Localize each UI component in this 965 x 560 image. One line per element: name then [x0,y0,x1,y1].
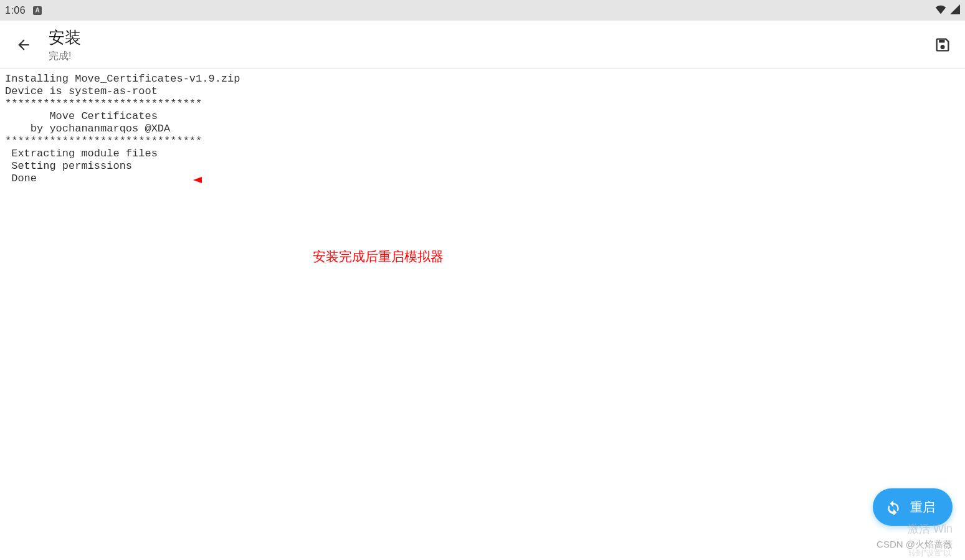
watermark: 转到"设置"以 [908,548,951,559]
app-bar: 安装 完成! [0,21,965,69]
save-button[interactable] [934,36,951,54]
wifi-icon [935,4,946,17]
annotation-text: 安装完成后重启模拟器 [313,248,444,265]
back-button[interactable] [14,35,34,55]
arrow-left-icon [16,37,32,53]
status-bar: 1:06 A [0,0,965,21]
keyboard-indicator-icon: A [33,6,42,15]
svg-rect-1 [939,39,944,42]
signal-icon [950,4,960,17]
restart-icon [885,499,901,515]
watermark: CSDN @火焰蔷薇 [877,539,953,551]
save-icon [934,36,951,54]
page-title: 安装 [49,27,934,49]
install-log: Installing Move_Certificates-v1.9.zip De… [0,69,965,189]
svg-point-0 [941,45,945,49]
status-time: 1:06 [5,5,26,16]
reboot-button[interactable]: 重启 [873,488,953,526]
reboot-button-label: 重启 [910,499,935,516]
page-subtitle: 完成! [49,50,934,63]
